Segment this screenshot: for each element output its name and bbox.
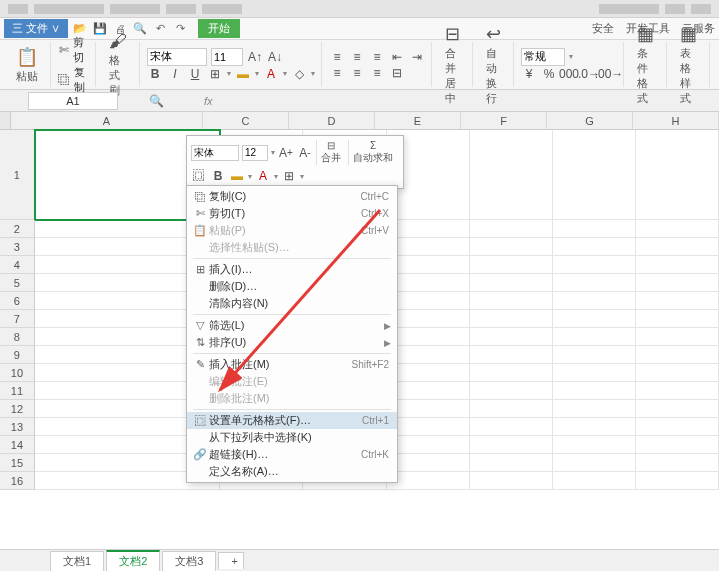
preview-icon[interactable]: 🔍 [132,21,148,37]
cell[interactable] [387,310,470,328]
dec-decimal-icon[interactable]: .00→ [601,66,617,82]
cut-icon[interactable]: ✄ [58,42,69,58]
cell[interactable] [470,454,553,472]
mini-border-icon[interactable]: ⊞ [281,168,297,184]
context-menu-item[interactable]: ▽筛选(L)▶ [187,317,397,334]
format-painter-button[interactable]: 🖌格式刷 [103,29,133,100]
column-header[interactable]: D [289,112,375,129]
font-size-select[interactable] [211,48,243,66]
cell[interactable] [470,418,553,436]
cell[interactable] [387,400,470,418]
bold-icon[interactable]: B [147,66,163,82]
cell[interactable] [387,346,470,364]
cell[interactable] [553,364,636,382]
comma-icon[interactable]: 000 [561,66,577,82]
context-menu-item[interactable]: ⇅排序(U)▶ [187,334,397,351]
cell[interactable] [387,274,470,292]
cell[interactable] [636,274,719,292]
cell[interactable] [387,238,470,256]
mini-font-size[interactable] [242,145,268,161]
cell[interactable] [387,364,470,382]
cell[interactable] [636,418,719,436]
cell[interactable] [636,220,719,238]
row-header[interactable]: 10 [0,364,35,382]
cell[interactable] [470,238,553,256]
table-style-button[interactable]: ▦表格样式 [674,21,703,108]
highlight-icon[interactable]: ◇ [291,66,307,82]
align-bottom-icon[interactable]: ≡ [369,49,385,65]
mini-merge-button[interactable]: ⊟合并 [316,140,345,165]
align-left-icon[interactable]: ≡ [329,65,345,81]
cell[interactable] [553,346,636,364]
mini-autosum-button[interactable]: Σ自动求和 [348,140,397,165]
row-header[interactable]: 12 [0,400,35,418]
cell[interactable] [553,220,636,238]
wrap-text-button[interactable]: ↩自动换行 [480,21,507,108]
cell[interactable] [387,220,470,238]
select-all-corner[interactable] [0,112,11,129]
context-menu-item[interactable]: 删除(D)… [187,278,397,295]
cell[interactable] [470,292,553,310]
cell[interactable] [470,130,553,220]
cell[interactable] [470,310,553,328]
redo-icon[interactable]: ↷ [172,21,188,37]
cell[interactable] [470,472,553,490]
undo-icon[interactable]: ↶ [152,21,168,37]
cell[interactable] [387,418,470,436]
cell[interactable] [470,400,553,418]
copy-icon[interactable]: ⿻ [58,72,70,88]
row-header[interactable]: 8 [0,328,35,346]
align-top-icon[interactable]: ≡ [329,49,345,65]
cell[interactable] [636,382,719,400]
cell[interactable] [553,382,636,400]
number-format-select[interactable] [521,48,565,66]
mini-bold-icon[interactable]: B [210,168,226,184]
row-header[interactable]: 13 [0,418,35,436]
menu-security[interactable]: 安全 [592,21,614,36]
row-header[interactable]: 16 [0,472,35,490]
cell[interactable] [553,274,636,292]
cell[interactable] [470,346,553,364]
border-icon[interactable]: ⊞ [207,66,223,82]
cell[interactable] [553,310,636,328]
font-color-icon[interactable]: A [263,66,279,82]
mini-font-color-icon[interactable]: A [255,168,271,184]
font-name-select[interactable] [147,48,207,66]
cell[interactable] [636,328,719,346]
cell[interactable] [387,436,470,454]
cell[interactable] [636,292,719,310]
cell[interactable] [636,472,719,490]
mini-format-icon[interactable]: ⿴ [191,168,207,184]
column-header[interactable]: A [11,112,203,129]
column-header[interactable]: F [461,112,547,129]
cell[interactable] [470,364,553,382]
context-menu-item[interactable]: ✄剪切(T)Ctrl+X [187,205,397,222]
cell[interactable] [636,346,719,364]
sheet-tab-1[interactable]: 文档1 [50,551,104,571]
indent-left-icon[interactable]: ⇤ [389,49,405,65]
context-menu-item[interactable]: 从下拉列表中选择(K) [187,429,397,446]
column-header[interactable]: H [633,112,719,129]
cell[interactable] [636,400,719,418]
cell[interactable] [553,256,636,274]
context-menu-item[interactable]: 定义名称(A)… [187,463,397,480]
row-header[interactable]: 3 [0,238,35,256]
cell[interactable] [470,328,553,346]
row-header[interactable]: 2 [0,220,35,238]
cell[interactable] [470,382,553,400]
decrease-font-icon[interactable]: A↓ [267,49,283,65]
cell[interactable] [553,454,636,472]
cell[interactable] [636,256,719,274]
cell[interactable] [636,436,719,454]
cell[interactable] [636,454,719,472]
cell[interactable] [636,130,719,220]
cell[interactable] [636,310,719,328]
context-menu-item[interactable]: 清除内容(N) [187,295,397,312]
zoom-icon[interactable]: 🔍 [148,93,164,109]
merge-icon[interactable]: ⊟ [389,65,405,81]
fill-color-icon[interactable]: ▬ [235,66,251,82]
column-header[interactable]: G [547,112,633,129]
row-header[interactable]: 1 [0,130,35,220]
cell[interactable] [636,238,719,256]
cond-format-button[interactable]: ▦条件格式 [631,21,660,108]
